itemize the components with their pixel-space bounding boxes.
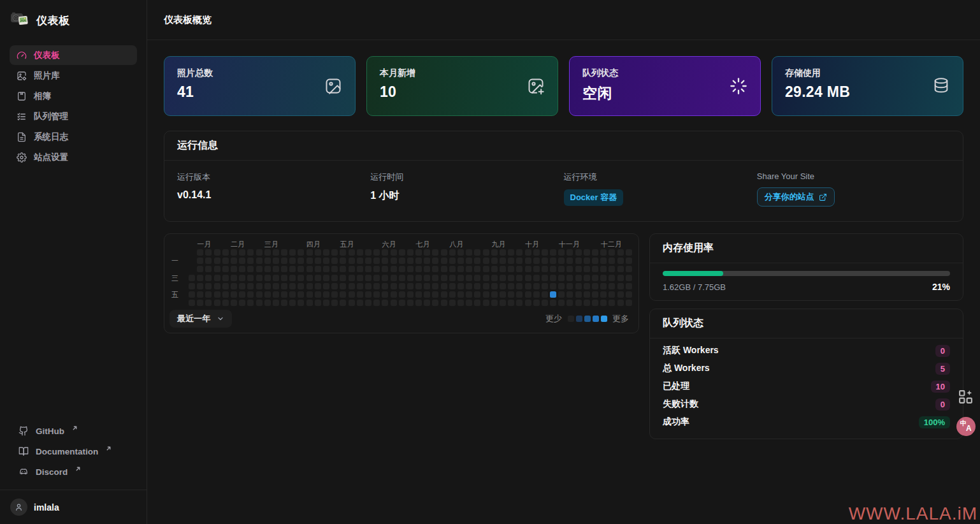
heatmap-cell[interactable] <box>617 266 624 272</box>
heatmap-cell[interactable] <box>239 283 245 289</box>
heatmap-cell[interactable] <box>264 266 271 272</box>
heatmap-cell[interactable] <box>550 275 556 281</box>
heatmap-cell[interactable] <box>415 275 422 281</box>
heatmap-cell[interactable] <box>264 258 271 264</box>
heatmap-cell[interactable] <box>273 275 279 281</box>
heatmap-cell[interactable] <box>273 249 279 256</box>
heatmap-cell[interactable] <box>584 258 590 264</box>
heatmap-cell[interactable] <box>231 275 237 281</box>
heatmap-cell[interactable] <box>399 275 405 281</box>
heatmap-cell[interactable] <box>273 283 279 289</box>
heatmap-cell[interactable] <box>273 266 279 272</box>
heatmap-cell[interactable] <box>222 283 229 289</box>
heatmap-cell[interactable] <box>466 258 472 264</box>
range-selector[interactable]: 最近一年 <box>169 310 232 328</box>
heatmap-cell[interactable] <box>600 258 607 264</box>
heatmap-cell[interactable] <box>424 283 430 289</box>
heatmap-cell[interactable] <box>500 283 506 289</box>
heatmap-cell[interactable] <box>491 300 498 306</box>
heatmap-cell[interactable] <box>365 283 371 289</box>
heatmap-cell[interactable] <box>458 275 464 281</box>
heatmap-cell[interactable] <box>516 249 522 256</box>
heatmap-cell[interactable] <box>566 266 573 272</box>
heatmap-cell[interactable] <box>617 249 624 256</box>
heatmap-cell[interactable] <box>197 249 203 256</box>
heatmap-cell[interactable] <box>391 283 397 289</box>
user-row[interactable]: imlala <box>0 490 147 524</box>
heatmap-cell[interactable] <box>500 266 506 272</box>
heatmap-cell[interactable] <box>247 249 254 256</box>
heatmap-cell[interactable] <box>407 258 414 264</box>
heatmap-cell[interactable] <box>247 275 254 281</box>
heatmap-cell[interactable] <box>525 300 531 306</box>
heatmap-cell[interactable] <box>373 300 380 306</box>
heatmap-cell[interactable] <box>197 283 203 289</box>
heatmap-cell[interactable] <box>331 291 338 298</box>
heatmap-cell[interactable] <box>306 249 313 256</box>
heatmap-cell[interactable] <box>357 300 363 306</box>
heatmap-cell[interactable] <box>626 249 632 256</box>
heatmap-cell[interactable] <box>373 275 380 281</box>
heatmap-cell[interactable] <box>205 249 212 256</box>
heatmap-cell[interactable] <box>189 249 195 256</box>
heatmap-cell[interactable] <box>382 275 388 281</box>
heatmap-cell[interactable] <box>214 258 220 264</box>
heatmap-cell[interactable] <box>626 300 632 306</box>
heatmap-cell[interactable] <box>542 300 548 306</box>
heatmap-cell[interactable] <box>550 291 556 298</box>
heatmap-cell[interactable] <box>239 291 245 298</box>
heatmap-cell[interactable] <box>222 258 229 264</box>
heatmap-cell[interactable] <box>189 300 195 306</box>
heatmap-cell[interactable] <box>239 300 245 306</box>
heatmap-cell[interactable] <box>449 258 456 264</box>
extension-widget-button[interactable] <box>958 389 974 405</box>
heatmap-cell[interactable] <box>298 283 304 289</box>
heatmap-cell[interactable] <box>349 300 355 306</box>
heatmap-cell[interactable] <box>508 275 514 281</box>
heatmap-cell[interactable] <box>458 300 464 306</box>
heatmap-cell[interactable] <box>239 258 245 264</box>
heatmap-cell[interactable] <box>214 291 220 298</box>
heatmap-cell[interactable] <box>415 300 422 306</box>
heatmap-cell[interactable] <box>214 266 220 272</box>
heatmap-cell[interactable] <box>466 291 472 298</box>
heatmap-cell[interactable] <box>340 300 346 306</box>
heatmap-cell[interactable] <box>600 275 607 281</box>
heatmap-cell[interactable] <box>315 258 321 264</box>
heatmap-cell[interactable] <box>281 249 287 256</box>
heatmap-cell[interactable] <box>584 249 590 256</box>
heatmap-cell[interactable] <box>264 283 271 289</box>
heatmap-cell[interactable] <box>273 258 279 264</box>
sidebar-item-logs[interactable]: 系统日志 <box>10 127 137 147</box>
heatmap-cell[interactable] <box>550 283 556 289</box>
heatmap-cell[interactable] <box>466 266 472 272</box>
heatmap-cell[interactable] <box>500 300 506 306</box>
heatmap-cell[interactable] <box>315 275 321 281</box>
heatmap-cell[interactable] <box>415 258 422 264</box>
heatmap-cell[interactable] <box>542 275 548 281</box>
heatmap-cell[interactable] <box>415 283 422 289</box>
sidebar-item-photo-library[interactable]: 照片库 <box>10 66 137 85</box>
heatmap-cell[interactable] <box>222 249 229 256</box>
heatmap-cell[interactable] <box>592 249 598 256</box>
heatmap-cell[interactable] <box>566 300 573 306</box>
heatmap-cell[interactable] <box>617 300 624 306</box>
heatmap-cell[interactable] <box>441 300 447 306</box>
heatmap-cell[interactable] <box>331 275 338 281</box>
heatmap-cell[interactable] <box>306 291 313 298</box>
heatmap-cell[interactable] <box>542 283 548 289</box>
heatmap-cell[interactable] <box>575 275 582 281</box>
heatmap-cell[interactable] <box>424 291 430 298</box>
heatmap-cell[interactable] <box>391 249 397 256</box>
heatmap-cell[interactable] <box>533 291 540 298</box>
heatmap-cell[interactable] <box>432 258 438 264</box>
heatmap-cell[interactable] <box>197 300 203 306</box>
heatmap-cell[interactable] <box>592 300 598 306</box>
heatmap-cell[interactable] <box>542 249 548 256</box>
heatmap-cell[interactable] <box>349 266 355 272</box>
heatmap-cell[interactable] <box>558 275 565 281</box>
heatmap-cell[interactable] <box>349 258 355 264</box>
heatmap-cell[interactable] <box>273 291 279 298</box>
heatmap-cell[interactable] <box>357 258 363 264</box>
heatmap-cell[interactable] <box>340 258 346 264</box>
